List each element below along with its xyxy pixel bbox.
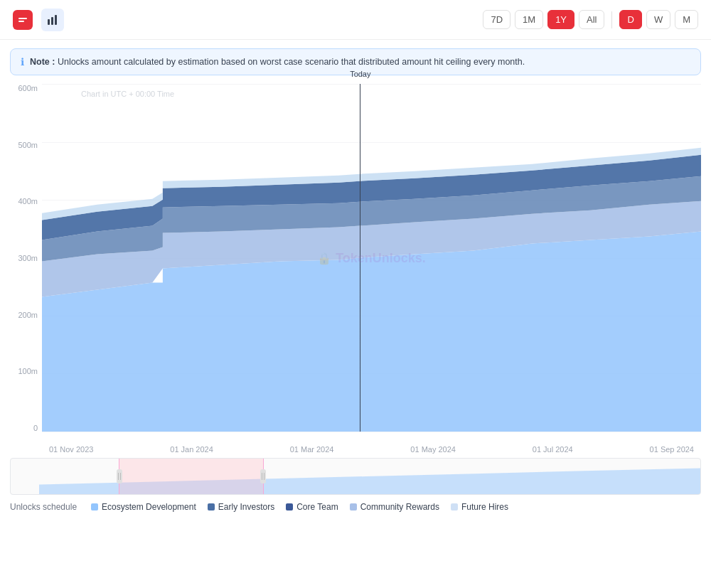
legend-title: Unlocks schedule xyxy=(10,502,77,512)
btn-1y[interactable]: 1Y xyxy=(547,10,574,29)
svg-rect-4 xyxy=(55,15,57,25)
info-icon: ℹ xyxy=(21,56,24,68)
legend-dot-core-team xyxy=(286,503,293,511)
x-axis: 01 Nov 2023 01 Jan 2024 01 Mar 2024 01 M… xyxy=(42,432,701,454)
x-label-nov: 01 Nov 2023 xyxy=(49,445,93,454)
handle-line-2 xyxy=(120,473,121,480)
btn-7d[interactable]: 7D xyxy=(483,10,510,29)
mini-handle-left[interactable] xyxy=(117,469,122,483)
chart-area: 600m 500m 400m 300m 200m 100m 0 Chart in… xyxy=(10,84,701,454)
period-divider xyxy=(611,11,612,28)
handle-line-1 xyxy=(118,473,119,480)
svg-rect-2 xyxy=(48,19,50,25)
handle-line-4 xyxy=(264,473,264,480)
mini-chart[interactable] xyxy=(10,458,701,495)
chart-inner[interactable]: Chart in UTC + 00:00 Time Today xyxy=(42,84,701,432)
legend-item-future-hires: Future Hires xyxy=(451,502,508,512)
note-text: Note : Unlocks amount calculated by esti… xyxy=(30,57,525,67)
legend-dot-ecosystem xyxy=(91,503,98,511)
stacked-chart-svg xyxy=(42,84,701,432)
y-label-0: 0 xyxy=(10,424,42,432)
bar-chart-button[interactable] xyxy=(41,9,64,31)
x-label-may: 01 May 2024 xyxy=(410,445,456,454)
btn-w[interactable]: W xyxy=(646,10,670,29)
svg-rect-1 xyxy=(18,21,24,22)
mini-chart-inner xyxy=(39,459,700,494)
legend-label-community-rewards: Community Rewards xyxy=(360,502,439,512)
legend-dot-community-rewards xyxy=(350,503,357,511)
top-bar-left xyxy=(13,9,64,31)
btn-m[interactable]: M xyxy=(675,10,698,29)
y-label-400m: 400m xyxy=(10,197,42,205)
svg-rect-3 xyxy=(51,17,53,25)
x-label-jan: 01 Jan 2024 xyxy=(170,445,213,454)
legend-item-early-investors: Early Investors xyxy=(208,502,274,512)
legend-label-core-team: Core Team xyxy=(296,502,338,512)
btn-d[interactable]: D xyxy=(619,10,641,29)
btn-1m[interactable]: 1M xyxy=(515,10,543,29)
y-axis: 600m 500m 400m 300m 200m 100m 0 xyxy=(10,84,42,432)
mini-selection[interactable] xyxy=(119,459,264,494)
legend-label-ecosystem: Ecosystem Development xyxy=(102,502,196,512)
svg-rect-0 xyxy=(18,18,27,19)
y-label-500m: 500m xyxy=(10,141,42,149)
legend-item-ecosystem: Ecosystem Development xyxy=(91,502,196,512)
legend-item-core-team: Core Team xyxy=(286,502,338,512)
mini-handle-right[interactable] xyxy=(260,469,266,483)
legend-item-community-rewards: Community Rewards xyxy=(350,502,439,512)
x-label-jul: 01 Jul 2024 xyxy=(533,445,573,454)
y-label-100m: 100m xyxy=(10,367,42,375)
legend-dot-early-investors xyxy=(208,503,215,511)
x-label-sep: 01 Sep 2024 xyxy=(650,445,694,454)
legend-label-early-investors: Early Investors xyxy=(218,502,274,512)
x-label-mar: 01 Mar 2024 xyxy=(290,445,334,454)
legend-dot-future-hires xyxy=(451,503,458,511)
today-label: Today xyxy=(350,70,370,78)
today-line: Today xyxy=(360,84,360,432)
handle-line-3 xyxy=(262,473,262,480)
y-label-300m: 300m xyxy=(10,254,42,262)
top-bar: 7D 1M 1Y All D W M xyxy=(0,0,711,40)
top-bar-right: 7D 1M 1Y All D W M xyxy=(483,10,698,29)
legend-label-future-hires: Future Hires xyxy=(461,502,508,512)
logo-icon xyxy=(13,10,33,30)
legend: Unlocks schedule Ecosystem Development E… xyxy=(0,495,711,512)
chart-container: 600m 500m 400m 300m 200m 100m 0 Chart in… xyxy=(10,84,701,454)
y-label-200m: 200m xyxy=(10,311,42,319)
btn-all[interactable]: All xyxy=(579,10,604,29)
y-label-600m: 600m xyxy=(10,84,42,92)
